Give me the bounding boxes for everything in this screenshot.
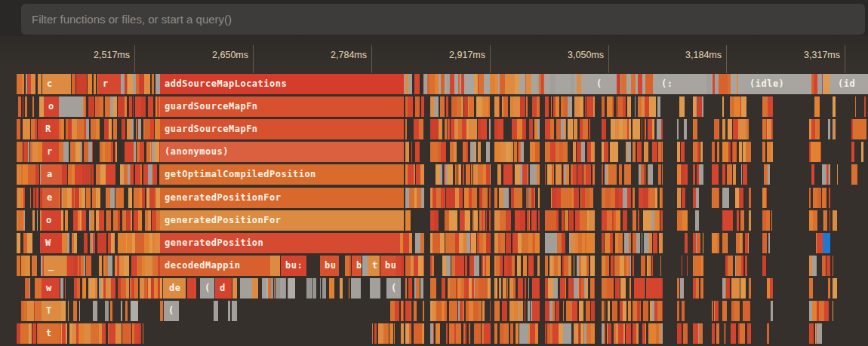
- idle-segment[interactable]: [252, 278, 258, 299]
- flame-stripe[interactable]: [479, 323, 481, 344]
- flame-stripe[interactable]: [822, 188, 826, 208]
- flame-stripe[interactable]: [662, 301, 663, 321]
- flame-stripe[interactable]: [591, 323, 595, 344]
- flame-stripe[interactable]: [271, 278, 273, 299]
- flame-stripe[interactable]: [642, 233, 642, 253]
- flame-stripe[interactable]: [92, 142, 93, 162]
- flame-stripe[interactable]: [693, 119, 697, 139]
- flame-bar[interactable]: c: [42, 74, 71, 94]
- flame-stripe[interactable]: [502, 301, 507, 321]
- flame-stripe[interactable]: [528, 164, 528, 185]
- flame-bar[interactable]: R: [41, 119, 59, 139]
- flame-stripe[interactable]: [27, 233, 32, 253]
- flame-stripe[interactable]: [17, 256, 20, 276]
- flame-stripe[interactable]: [460, 256, 464, 276]
- flame-stripe[interactable]: [100, 96, 103, 117]
- flame-stripe[interactable]: [614, 256, 620, 276]
- flame-stripe[interactable]: [828, 278, 830, 299]
- flame-stripe[interactable]: [90, 164, 91, 185]
- flame-stripe[interactable]: [111, 233, 115, 253]
- flame-stripe[interactable]: [458, 74, 460, 94]
- flame-stripe[interactable]: [405, 119, 407, 139]
- flame-stripe[interactable]: [128, 74, 133, 94]
- flame-stripe[interactable]: [572, 301, 577, 321]
- flame-stripe[interactable]: [651, 256, 651, 276]
- flame-bar[interactable]: W: [41, 233, 62, 253]
- flame-stripe[interactable]: [478, 164, 483, 185]
- flame-stripe[interactable]: [497, 164, 501, 185]
- flame-stripe[interactable]: [476, 188, 477, 208]
- flame-stripe[interactable]: [118, 210, 120, 231]
- flame-stripe[interactable]: [518, 278, 523, 299]
- flame-stripe[interactable]: [629, 301, 631, 321]
- flame-stripe[interactable]: [517, 119, 522, 139]
- flame-stripe[interactable]: [446, 96, 448, 117]
- flame-stripe[interactable]: [586, 164, 591, 185]
- flame-stripe[interactable]: [683, 323, 688, 344]
- flame-stripe[interactable]: [405, 210, 411, 231]
- flame-stripe[interactable]: [737, 210, 739, 231]
- flame-stripe[interactable]: [826, 256, 830, 276]
- flame-stripe[interactable]: [627, 96, 631, 117]
- flame-stripe[interactable]: [134, 142, 136, 162]
- flame-stripe[interactable]: [86, 256, 91, 276]
- flame-stripe[interactable]: [530, 142, 535, 162]
- flame-stripe[interactable]: [495, 74, 498, 94]
- flame-stripe[interactable]: [228, 301, 230, 321]
- flame-stripe[interactable]: [408, 74, 412, 94]
- flame-stripe[interactable]: [833, 96, 836, 117]
- flame-stripe[interactable]: [817, 188, 821, 208]
- flame-stripe[interactable]: [712, 301, 713, 321]
- flame-stripe[interactable]: [32, 142, 38, 162]
- flame-stripe[interactable]: [523, 256, 527, 276]
- flame-stripe[interactable]: [408, 278, 412, 299]
- flame-stripe[interactable]: [456, 323, 461, 344]
- flame-stripe[interactable]: [864, 96, 866, 117]
- flame-stripe[interactable]: [411, 142, 412, 162]
- flame-stripe[interactable]: [855, 96, 856, 117]
- flame-stripe[interactable]: [155, 233, 160, 253]
- flame-stripe[interactable]: [433, 323, 434, 344]
- flame-stripe[interactable]: [82, 188, 85, 208]
- flame-stripe[interactable]: [661, 119, 663, 139]
- flame-stripe[interactable]: [434, 96, 439, 117]
- flame-stripe[interactable]: [733, 119, 738, 139]
- flame-stripe[interactable]: [436, 323, 440, 344]
- flame-bar[interactable]: o: [42, 210, 61, 231]
- flame-stripe[interactable]: [497, 301, 500, 321]
- flame-stripe[interactable]: [712, 233, 717, 253]
- flame-stripe[interactable]: [642, 119, 642, 139]
- flame-bar[interactable]: (: [164, 301, 179, 321]
- flame-stripe[interactable]: [139, 233, 144, 253]
- flame-stripe[interactable]: [488, 278, 491, 299]
- flame-stripe[interactable]: [455, 164, 457, 185]
- flame-stripe[interactable]: [617, 74, 620, 94]
- flame-stripe[interactable]: [539, 278, 540, 299]
- flame-stripe[interactable]: [160, 278, 162, 299]
- flame-stripe[interactable]: [74, 233, 77, 253]
- flame-stripe[interactable]: [515, 210, 520, 231]
- flame-stripe[interactable]: [131, 301, 138, 321]
- flame-stripe[interactable]: [138, 119, 141, 139]
- flame-stripe[interactable]: [152, 74, 154, 94]
- flame-stripe[interactable]: [483, 210, 485, 231]
- idle-segment[interactable]: [362, 256, 368, 276]
- flame-stripe[interactable]: [530, 323, 535, 344]
- flame-stripe[interactable]: [661, 323, 663, 344]
- flame-stripe[interactable]: [106, 278, 111, 299]
- flame-stripe[interactable]: [155, 119, 160, 139]
- flame-stripe[interactable]: [624, 164, 631, 185]
- flame-stripe[interactable]: [724, 323, 725, 344]
- flame-stripe[interactable]: [142, 188, 145, 208]
- flame-stripe[interactable]: [451, 96, 457, 117]
- flame-stripe[interactable]: [640, 301, 641, 321]
- flame-stripe[interactable]: [611, 256, 614, 276]
- idle-segment[interactable]: [823, 233, 830, 253]
- flame-bar[interactable]: addSourceMapLocations: [160, 74, 404, 94]
- flame-stripe[interactable]: [125, 142, 134, 162]
- flame-stripe[interactable]: [768, 96, 773, 117]
- flame-stripe[interactable]: [486, 142, 490, 162]
- flame-stripe[interactable]: [629, 278, 631, 299]
- flame-stripe[interactable]: [529, 119, 533, 139]
- flame-stripe[interactable]: [82, 278, 86, 299]
